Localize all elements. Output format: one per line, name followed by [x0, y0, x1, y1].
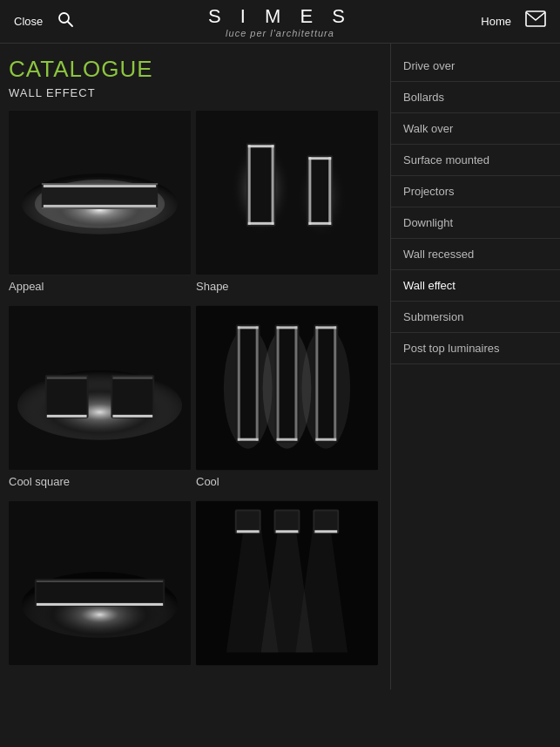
svg-rect-21	[308, 157, 331, 225]
svg-rect-33	[112, 377, 152, 417]
svg-rect-49	[277, 438, 298, 441]
section-title: WALL EFFECT	[9, 86, 378, 99]
header-left: Close	[14, 10, 74, 32]
svg-point-0	[59, 13, 69, 23]
grid-item-appeal[interactable]: Appeal	[9, 110, 191, 300]
svg-rect-31	[47, 377, 87, 379]
svg-rect-7	[42, 183, 158, 185]
svg-rect-42	[238, 326, 259, 329]
svg-rect-29	[47, 377, 87, 417]
svg-rect-25	[328, 157, 331, 225]
svg-rect-76	[314, 530, 337, 533]
sidebar: Drive over Bollards Walk over Surface mo…	[390, 44, 560, 689]
sidebar-item-submersion[interactable]: Submersion	[391, 302, 560, 333]
svg-rect-48	[277, 326, 298, 329]
svg-rect-51	[294, 326, 297, 440]
svg-rect-69	[237, 511, 260, 532]
sidebar-item-projectors[interactable]: Projectors	[391, 176, 560, 207]
svg-rect-44	[238, 326, 240, 440]
svg-rect-9	[44, 185, 156, 187]
sidebar-item-walk-over[interactable]: Walk over	[391, 113, 560, 145]
svg-rect-17	[248, 222, 274, 225]
cool-square-image	[9, 305, 191, 471]
content: CATALOGUE WALL EFFECT	[0, 44, 560, 689]
svg-rect-24	[308, 157, 311, 225]
svg-rect-57	[334, 326, 336, 440]
grid-item-cool-square[interactable]: Cool square	[9, 305, 191, 495]
svg-rect-10	[44, 205, 156, 207]
svg-rect-53	[315, 326, 336, 440]
svg-rect-19	[272, 145, 274, 225]
sidebar-item-surface-mounted[interactable]: Surface mounted	[391, 145, 560, 176]
svg-rect-54	[315, 326, 336, 329]
svg-rect-22	[308, 157, 331, 160]
sidebar-item-drive-over[interactable]: Drive over	[391, 51, 560, 82]
svg-rect-23	[308, 222, 331, 225]
sidebar-item-bollards[interactable]: Bollards	[391, 82, 560, 113]
svg-rect-72	[276, 511, 299, 532]
mail-icon[interactable]	[525, 10, 546, 32]
bottom2-image	[196, 500, 378, 666]
search-icon[interactable]	[57, 10, 74, 32]
appeal-image	[9, 110, 191, 275]
svg-rect-73	[276, 530, 299, 533]
bottom2-label	[196, 666, 378, 677]
grid-item-shape[interactable]: Shape	[196, 110, 378, 300]
brand-center: S I M E S luce per l'architettura	[208, 5, 352, 38]
svg-rect-62	[37, 603, 163, 606]
catalogue-title: CATALOGUE	[9, 56, 378, 83]
bottom1-image	[9, 500, 191, 666]
svg-rect-15	[248, 145, 274, 225]
svg-line-1	[68, 22, 72, 26]
header: Close S I M E S luce per l'architettura …	[0, 0, 560, 44]
svg-rect-47	[277, 326, 298, 440]
svg-rect-41	[238, 326, 259, 440]
close-button[interactable]: Close	[14, 15, 43, 28]
bottom1-label	[9, 666, 191, 677]
svg-rect-2	[526, 11, 545, 26]
svg-rect-75	[314, 511, 337, 532]
brand-sub: luce per l'architettura	[208, 28, 352, 38]
svg-rect-63	[37, 581, 163, 582]
svg-rect-16	[248, 145, 274, 147]
sidebar-item-wall-recessed[interactable]: Wall recessed	[391, 239, 560, 270]
svg-rect-56	[315, 326, 318, 440]
shape-image	[196, 110, 378, 275]
home-button[interactable]: Home	[481, 15, 511, 28]
svg-rect-34	[112, 415, 152, 418]
cool-square-label: Cool square	[9, 471, 191, 495]
svg-rect-50	[277, 326, 280, 440]
svg-rect-55	[315, 438, 336, 441]
sidebar-item-post-top[interactable]: Post top luminaires	[391, 333, 560, 364]
svg-rect-8	[42, 207, 158, 209]
grid-item-bottom2[interactable]	[196, 500, 378, 677]
grid-item-cool[interactable]: Cool	[196, 305, 378, 495]
main-area: CATALOGUE WALL EFFECT	[0, 44, 390, 689]
svg-rect-18	[248, 145, 251, 225]
header-right: Home	[481, 10, 546, 32]
svg-rect-45	[256, 326, 259, 440]
svg-point-27	[17, 370, 182, 440]
svg-rect-70	[237, 530, 260, 533]
svg-rect-30	[47, 415, 87, 418]
product-grid: Appeal	[9, 110, 378, 677]
shape-label: Shape	[196, 275, 378, 300]
brand-name: S I M E S	[208, 5, 352, 28]
cool-label: Cool	[196, 471, 378, 495]
sidebar-item-downlight[interactable]: Downlight	[391, 207, 560, 239]
svg-rect-35	[112, 377, 152, 379]
cool-image	[196, 305, 378, 471]
appeal-label: Appeal	[9, 275, 191, 300]
sidebar-item-wall-effect[interactable]: Wall effect	[391, 270, 560, 302]
grid-item-bottom1[interactable]	[9, 500, 191, 677]
svg-rect-43	[238, 438, 259, 441]
svg-rect-61	[37, 581, 163, 605]
